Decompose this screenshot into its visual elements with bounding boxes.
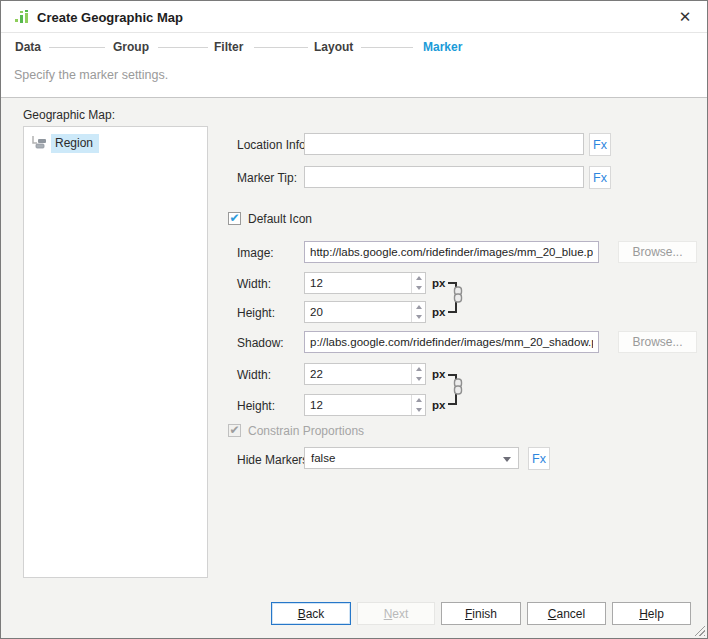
image-width-value: 12	[310, 277, 323, 289]
step-connector	[158, 47, 208, 48]
step-filter[interactable]: Filter	[214, 40, 243, 54]
step-data[interactable]: Data	[15, 40, 41, 54]
constrain-proportions-checkbox: ✔	[228, 424, 241, 437]
hide-markers-fx-button[interactable]: Fx	[528, 447, 550, 470]
marker-tip-input[interactable]	[304, 166, 584, 188]
step-description: Specify the marker settings.	[14, 68, 168, 82]
shadow-width-value: 22	[310, 368, 323, 380]
close-icon[interactable]: ✕	[675, 7, 695, 27]
shadow-browse-button[interactable]: Browse...	[618, 331, 697, 353]
spin-up-icon[interactable]	[412, 395, 426, 405]
spin-down-icon[interactable]	[412, 405, 426, 415]
spinner-buttons	[411, 364, 425, 384]
shadow-width-stepper[interactable]: 22	[304, 363, 426, 385]
marker-tip-label: Marker Tip:	[237, 171, 297, 185]
step-connector	[49, 47, 105, 48]
default-icon-label[interactable]: Default Icon	[248, 212, 312, 226]
location-info-input[interactable]	[304, 133, 584, 155]
next-button: Next	[357, 602, 435, 625]
image-height-label: Height:	[237, 306, 275, 320]
spin-up-icon[interactable]	[412, 302, 426, 312]
shadow-height-value: 12	[310, 399, 323, 411]
chain-link-icon	[452, 378, 464, 395]
constrain-proportions-label: Constrain Proportions	[248, 424, 364, 438]
geographic-map-tree: Region	[23, 126, 208, 578]
shadow-height-label: Height:	[237, 399, 275, 413]
hide-markers-label: Hide Markers:	[237, 453, 312, 467]
shadow-height-stepper[interactable]: 12	[304, 394, 426, 416]
cancel-button[interactable]: Cancel	[527, 602, 606, 625]
shadow-label: Shadow:	[237, 336, 284, 350]
image-width-label: Width:	[237, 277, 271, 291]
image-width-stepper[interactable]: 12	[304, 272, 426, 294]
checkmark-icon: ✔	[229, 213, 239, 223]
location-info-fx-button[interactable]: Fx	[589, 133, 611, 156]
spin-up-icon[interactable]	[412, 273, 426, 283]
spin-down-icon[interactable]	[412, 374, 426, 384]
create-geographic-map-dialog: Create Geographic Map ✕ Data Group Filte…	[0, 0, 708, 639]
geographic-map-label: Geographic Map:	[23, 108, 115, 122]
image-width-unit: px	[432, 277, 445, 289]
image-url-input[interactable]	[304, 241, 599, 263]
image-height-value: 20	[310, 306, 323, 318]
spin-down-icon[interactable]	[412, 312, 426, 322]
marker-tip-fx-button[interactable]: Fx	[589, 166, 611, 189]
step-connector	[254, 47, 308, 48]
checkmark-icon: ✔	[229, 425, 239, 435]
chain-link-icon	[452, 286, 464, 303]
tree-branch-node-icon	[30, 135, 48, 151]
step-layout[interactable]: Layout	[314, 40, 353, 54]
shadow-width-unit: px	[432, 368, 445, 380]
spinner-buttons	[411, 273, 425, 293]
image-height-stepper[interactable]: 20	[304, 301, 426, 323]
default-icon-checkbox[interactable]: ✔	[228, 212, 241, 225]
chevron-down-icon	[503, 457, 511, 462]
hide-markers-value: false	[311, 452, 335, 464]
image-label: Image:	[237, 246, 274, 260]
spinner-buttons	[411, 395, 425, 415]
spin-down-icon[interactable]	[412, 283, 426, 293]
image-browse-button[interactable]: Browse...	[618, 241, 697, 263]
shadow-width-label: Width:	[237, 368, 271, 382]
step-marker-active[interactable]: Marker	[423, 40, 462, 54]
resize-grip[interactable]	[692, 623, 705, 636]
step-group[interactable]: Group	[113, 40, 149, 54]
finish-button[interactable]: Finish	[441, 602, 521, 625]
help-button[interactable]: Help	[612, 602, 691, 625]
spin-up-icon[interactable]	[412, 364, 426, 374]
app-logo-icon	[14, 9, 30, 25]
spinner-buttons	[411, 302, 425, 322]
tree-item-region[interactable]: Region	[30, 133, 99, 153]
back-button[interactable]: Back	[271, 602, 351, 625]
title-bar: Create Geographic Map ✕	[1, 1, 707, 33]
hide-markers-select[interactable]: false	[304, 447, 519, 469]
image-height-unit: px	[432, 306, 445, 318]
shadow-url-input[interactable]	[304, 331, 599, 353]
location-info-label: Location Info:	[237, 138, 309, 152]
tree-item-label: Region	[51, 134, 99, 153]
dialog-title: Create Geographic Map	[37, 10, 183, 25]
shadow-height-unit: px	[432, 399, 445, 411]
step-connector	[361, 47, 413, 48]
